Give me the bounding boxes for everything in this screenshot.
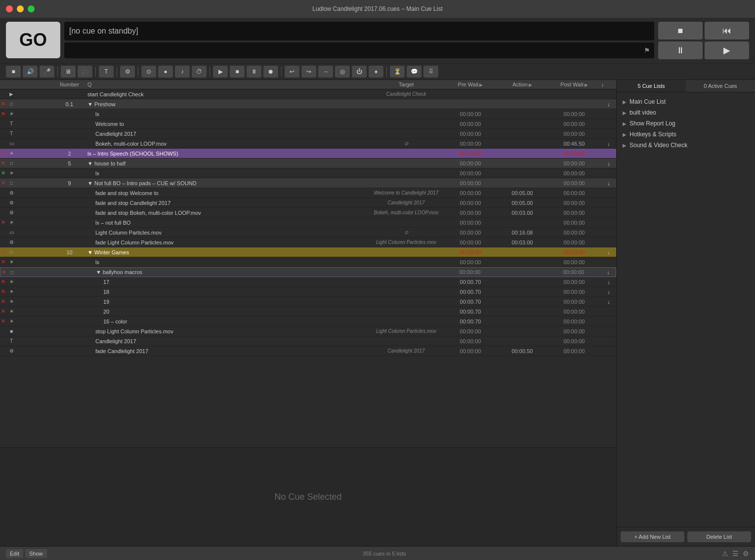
tb-mic[interactable]: 🎤: [40, 66, 54, 78]
tb-bubble[interactable]: 💬: [407, 66, 421, 78]
sidebar-item-built-video[interactable]: ▶ built video: [619, 107, 753, 118]
tb-clock[interactable]: ⏱: [192, 66, 207, 78]
table-row[interactable]: ✕ ☀ 17 00:00.70 00:00:00 ↓: [0, 277, 616, 287]
row-x-icon[interactable]: ✕: [1, 249, 7, 255]
row-controls: ✕ ☀: [0, 308, 53, 316]
table-row[interactable]: ✕ ☀ 18 00:00.70 00:00:00 ↓: [0, 287, 616, 297]
tb-undo[interactable]: ↩: [285, 66, 299, 78]
row-q: Welcome to: [85, 121, 369, 127]
sidebar-item-sound-video-check[interactable]: ▶ Sound & Video Check: [619, 140, 753, 151]
row-postwait: 00:00:00: [547, 131, 601, 137]
row-controls: ✕ □: [0, 179, 53, 187]
sidebar-item-main-cue-list[interactable]: ▶ Main Cue List: [619, 96, 753, 107]
row-x-icon[interactable]: ✕: [1, 279, 7, 285]
screen-icon: ▭: [7, 229, 15, 237]
tb-power[interactable]: ⏻: [352, 66, 367, 78]
table-row[interactable]: ⚙ fade and stop Bokeh, multi-color LOOP.…: [0, 208, 616, 218]
table-row[interactable]: ▶ start Candlelight Check Candlelight Ch…: [0, 89, 616, 99]
row-extra: ↓: [601, 160, 616, 166]
row-prewait: 00:00:00: [443, 220, 498, 226]
tb-mixer[interactable]: ⚙: [120, 66, 135, 78]
table-row[interactable]: ✕ ☀ 2 lx – Intro Speech (SCHOOL SHOWS) 0…: [0, 149, 616, 159]
tb-play[interactable]: ▶: [213, 66, 228, 78]
edit-button[interactable]: Edit: [6, 549, 23, 558]
row-target: ⊙: [369, 141, 443, 146]
tb-target[interactable]: ⊙: [141, 66, 156, 78]
row-x-icon[interactable]: ✕: [1, 180, 7, 186]
go-button[interactable]: GO: [6, 22, 60, 58]
play-button[interactable]: ▶: [705, 41, 749, 59]
table-row[interactable]: T Candlelight 2017 00:00:00 00:00:00: [0, 129, 616, 139]
tb-aim[interactable]: ◎: [335, 66, 350, 78]
table-row[interactable]: ✕ ☀ 19 00:00.70 00:00:00 ↓: [0, 297, 616, 307]
tb-monitor[interactable]: 🖥: [61, 66, 76, 78]
row-x-icon[interactable]: ✕: [1, 259, 7, 265]
row-x-icon[interactable]: ✕: [1, 298, 7, 305]
sidebar-item-hotkeys-scripts[interactable]: ▶ Hotkeys & Scripts: [619, 129, 753, 140]
arrow-icon: ▶: [623, 132, 627, 137]
delete-list-button[interactable]: Delete List: [687, 531, 751, 542]
stop-button[interactable]: ■: [658, 22, 703, 40]
table-row[interactable]: ■ stop Light Column Particles.mov Light …: [0, 326, 616, 336]
table-row[interactable]: ▭ Bokeh, multi-color LOOP.mov ⊙ 00:00:00…: [0, 139, 616, 149]
table-row[interactable]: T Welcome to 00:00:00 00:00:00: [0, 119, 616, 129]
table-row[interactable]: ✕ ☀ 20 00:00.70 00:00:00: [0, 307, 616, 317]
table-row[interactable]: ✕ □ 9 ▼ Not full BO – Intro pads – CUE w…: [0, 178, 616, 188]
table-row[interactable]: ✕ ☀ 16 – color 00:00.70 00:00:00: [0, 317, 616, 326]
table-row[interactable]: ✕ ☀ lx 00:00:00 00:00:00: [0, 257, 616, 267]
show-button[interactable]: Show: [25, 549, 47, 558]
pause-button[interactable]: ⏸: [658, 41, 703, 59]
close-button[interactable]: [6, 5, 13, 12]
table-row[interactable]: ✕ ☀ lx – not full BO 00:00:00 00:00:00: [0, 218, 616, 228]
tb-hourglass[interactable]: ⏳: [390, 66, 405, 78]
row-x-icon[interactable]: ✕: [1, 219, 7, 226]
row-postwait: 00:00:00: [547, 170, 601, 176]
row-controls: ✕ ☀: [0, 150, 53, 158]
tb-circle[interactable]: ●: [158, 66, 173, 78]
row-x-icon[interactable]: ✕: [1, 269, 7, 276]
table-row[interactable]: ✕ ☀ lx 00:00:00 00:00:00: [0, 109, 616, 119]
row-extra: ↓: [601, 269, 616, 275]
maximize-button[interactable]: [28, 5, 35, 12]
row-x-icon[interactable]: ✕: [1, 160, 7, 166]
tb-music[interactable]: ♪: [175, 66, 190, 78]
row-x-icon[interactable]: ✕: [1, 170, 7, 176]
row-x-icon[interactable]: ✕: [1, 318, 7, 324]
table-row[interactable]: ⚙ fade and stop Candlelight 2017 Candlel…: [0, 198, 616, 208]
table-row[interactable]: ▭ Light Column Particles.mov ⊙ 00:00:00 …: [0, 228, 616, 238]
tb-volume[interactable]: 🔊: [23, 66, 38, 78]
table-row[interactable]: ✕ □ ▼ ballyhoo macros 00:00:00 00:00:00 …: [0, 267, 616, 277]
tab-cue-lists[interactable]: 5 Cue Lists: [617, 80, 686, 92]
rewind-button[interactable]: ⏮: [705, 22, 749, 40]
row-x-icon[interactable]: ✕: [1, 111, 7, 117]
tb-camera[interactable]: 🎥: [78, 66, 92, 78]
tb-arrow[interactable]: →: [318, 66, 333, 78]
tb-record[interactable]: ⏺: [263, 66, 278, 78]
table-row[interactable]: ✕ □ 10 ▼ Winter Games 00:00:00 00:00:00 …: [0, 247, 616, 257]
tb-grid[interactable]: ⠿: [423, 66, 438, 78]
table-row[interactable]: ✕ □ 0.1 ▼ Preshow ↓: [0, 99, 616, 109]
row-x-icon[interactable]: ✕: [1, 150, 7, 157]
table-row[interactable]: ✕ □ 5 ▼ house to half 00:00:00 00:00:00 …: [0, 159, 616, 168]
cue-table-body[interactable]: ▶ start Candlelight Check Candlelight Ch…: [0, 89, 616, 447]
tb-text[interactable]: T: [99, 66, 114, 78]
table-row[interactable]: ⚙ fade and stop Welcome to Welcome to Ca…: [0, 188, 616, 198]
row-target: Welcome to Candlelight 2017: [369, 190, 443, 196]
row-x-icon[interactable]: ✕: [1, 308, 7, 315]
sidebar-item-show-report-log[interactable]: ▶ Show Report Log: [619, 118, 753, 129]
table-row[interactable]: ⚙ fade Light Column Particles.mov Light …: [0, 238, 616, 247]
table-row[interactable]: T Candlelight 2017 00:00:00 00:00:00: [0, 336, 616, 346]
minimize-button[interactable]: [17, 5, 24, 12]
tb-redo[interactable]: ↪: [301, 66, 316, 78]
table-row[interactable]: ⚙ fade Candlelight 2017 Candlelight 2017…: [0, 346, 616, 356]
tb-stop[interactable]: ■: [6, 66, 21, 78]
row-x-icon[interactable]: ✕: [1, 101, 7, 107]
table-row[interactable]: ✕ ☀ lx 00:00:00 00:00:00: [0, 168, 616, 178]
tb-pause[interactable]: ⏸: [247, 66, 261, 78]
row-x-icon[interactable]: ✕: [1, 288, 7, 295]
tab-active-cues[interactable]: 0 Active Cues: [686, 80, 755, 92]
tb-stop2[interactable]: ■: [230, 66, 245, 78]
add-new-list-button[interactable]: + Add New List: [621, 531, 684, 542]
row-prewait: 00:00.70: [443, 299, 498, 305]
tb-pin[interactable]: ♦: [369, 66, 383, 78]
